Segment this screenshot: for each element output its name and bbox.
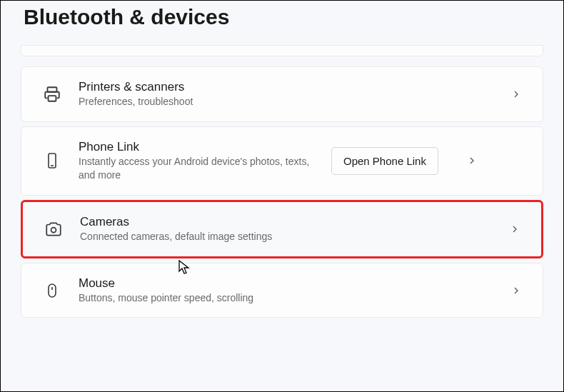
svg-point-4: [51, 227, 56, 232]
setting-title: Phone Link: [79, 140, 314, 154]
setting-subtitle: Instantly access your Android device's p…: [79, 155, 314, 182]
chevron-right-icon: [465, 154, 478, 167]
svg-rect-1: [49, 96, 56, 101]
setting-card-cameras[interactable]: Cameras Connected cameras, default image…: [21, 200, 543, 258]
open-phone-link-button[interactable]: Open Phone Link: [331, 147, 438, 175]
setting-subtitle: Preferences, troubleshoot: [79, 95, 493, 109]
setting-subtitle: Buttons, mouse pointer speed, scrolling: [79, 291, 493, 305]
phone-icon: [43, 151, 61, 170]
settings-list: Printers & scanners Preferences, trouble…: [1, 45, 563, 318]
chevron-right-icon: [510, 284, 523, 297]
chevron-right-icon: [508, 223, 521, 236]
setting-card-phone-link[interactable]: Phone Link Instantly access your Android…: [21, 126, 543, 196]
setting-card-printers[interactable]: Printers & scanners Preferences, trouble…: [21, 66, 543, 122]
mouse-icon: [43, 281, 61, 300]
setting-subtitle: Connected cameras, default image setting…: [80, 230, 491, 243]
setting-title: Cameras: [80, 215, 491, 229]
setting-text: Cameras Connected cameras, default image…: [80, 215, 491, 243]
setting-card-mouse[interactable]: Mouse Buttons, mouse pointer speed, scro…: [21, 263, 543, 318]
svg-rect-0: [48, 87, 57, 92]
svg-rect-5: [49, 284, 56, 297]
setting-text: Phone Link Instantly access your Android…: [79, 140, 314, 182]
camera-icon: [44, 220, 63, 238]
chevron-right-icon: [510, 88, 523, 101]
setting-text: Printers & scanners Preferences, trouble…: [79, 80, 493, 109]
setting-text: Mouse Buttons, mouse pointer speed, scro…: [79, 276, 493, 305]
setting-title: Mouse: [79, 276, 493, 291]
partial-card-above: [21, 45, 543, 56]
page-title: Bluetooth & devices: [1, 1, 563, 29]
setting-title: Printers & scanners: [79, 80, 493, 94]
printer-icon: [43, 85, 61, 104]
